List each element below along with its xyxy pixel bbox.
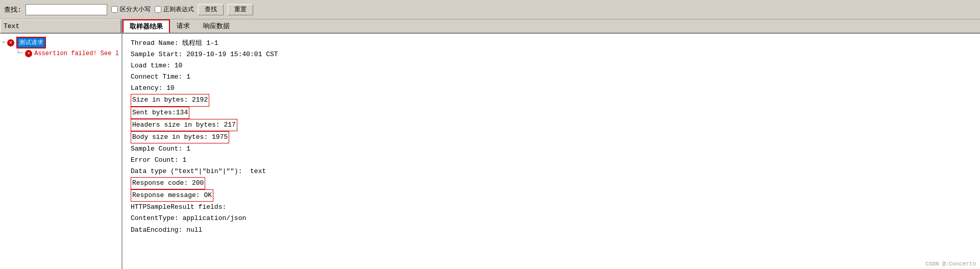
tab-sampler-result[interactable]: 取样器结果 xyxy=(122,19,170,33)
child-node[interactable]: └─ ✕ Assertion failed! See l xyxy=(16,50,119,58)
tabs-bar: 取样器结果 请求 响应数据 xyxy=(122,19,980,34)
content-line: Body size in bytes: 1975 xyxy=(131,131,972,143)
find-label: 查找: xyxy=(4,5,21,14)
reset-button[interactable]: 重置 xyxy=(228,4,253,15)
content-line: Response code: 200 xyxy=(131,177,972,189)
case-sensitive-group: 区分大小写 xyxy=(111,5,151,14)
content-line: Latency: 10 xyxy=(131,83,972,94)
watermark: CSDN @:Concerto xyxy=(925,261,976,267)
case-sensitive-checkbox[interactable] xyxy=(111,6,118,13)
content-line: Load time: 10 xyxy=(131,60,972,71)
panel-header-label: Text xyxy=(4,22,19,30)
find-button[interactable]: 查找 xyxy=(198,4,224,15)
child-line-icon: └─ xyxy=(16,50,23,56)
regex-label: 正则表达式 xyxy=(163,5,194,14)
content-line: HTTPSampleResult fields: xyxy=(131,202,972,213)
content-line: Sample Count: 1 xyxy=(131,143,972,155)
content-line: Thread Name: 线程组 1-1 xyxy=(131,38,972,49)
case-sensitive-label: 区分大小写 xyxy=(120,5,151,14)
right-panel: 取样器结果 请求 响应数据 Thread Name: 线程组 1-1Sample… xyxy=(122,19,980,269)
main-area: Text − ✕ 测试请求 └─ ✕ Assertion failed! See… xyxy=(0,19,980,269)
content-line: Sample Start: 2019-10-19 15:40:01 CST xyxy=(131,49,972,60)
tree-area: − ✕ 测试请求 └─ ✕ Assertion failed! See l xyxy=(0,34,121,269)
content-line: Size in bytes: 2192 xyxy=(131,94,972,106)
regex-checkbox[interactable] xyxy=(155,6,161,13)
content-line: Connect Time: 1 xyxy=(131,71,972,83)
left-panel: Text − ✕ 测试请求 └─ ✕ Assertion failed! See… xyxy=(0,19,122,269)
error-icon-child: ✕ xyxy=(25,50,32,57)
content-line: Data type ("text"|"bin"|""): text xyxy=(131,166,972,177)
child-node-label[interactable]: Assertion failed! See l xyxy=(34,50,119,57)
content-line: Sent bytes:134 xyxy=(131,107,972,119)
left-panel-header: Text xyxy=(0,19,121,34)
content-line: Error Count: 1 xyxy=(131,155,972,166)
content-line: ContentType: application/json xyxy=(131,213,972,224)
content-line: DataEncoding: null xyxy=(131,225,972,236)
content-line: Response message: OK xyxy=(131,189,972,202)
error-icon-root: ✕ xyxy=(7,39,14,46)
content-line: Headers size in bytes: 217 xyxy=(131,119,972,131)
tab-request[interactable]: 请求 xyxy=(170,19,197,33)
top-toolbar: 查找: 区分大小写 正则表达式 查找 重置 xyxy=(0,0,980,19)
regex-group: 正则表达式 xyxy=(155,5,194,14)
find-input[interactable] xyxy=(26,4,107,15)
root-node-label[interactable]: 测试请求 xyxy=(16,37,46,48)
content-area: Thread Name: 线程组 1-1Sample Start: 2019-1… xyxy=(122,34,980,269)
expand-icon[interactable]: − xyxy=(2,40,5,45)
tab-response-data[interactable]: 响应数据 xyxy=(197,19,236,33)
tree-root-node[interactable]: − ✕ 测试请求 xyxy=(2,36,119,50)
